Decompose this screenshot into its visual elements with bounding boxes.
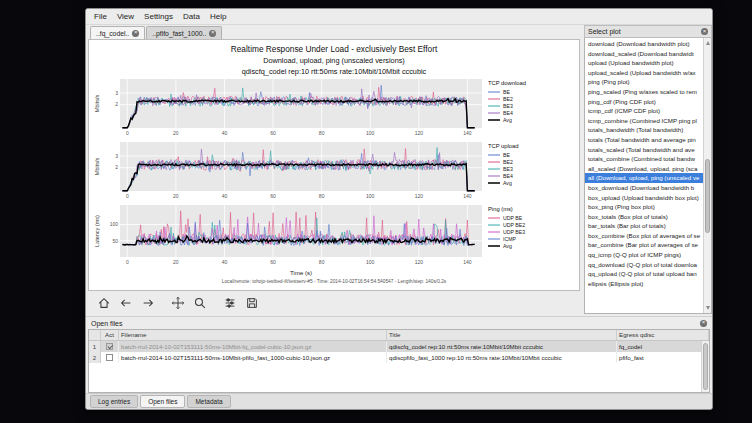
back-button[interactable] [116, 294, 135, 312]
svg-text:140: 140 [463, 130, 472, 136]
plot-list-item[interactable]: box_download (Download bandwidth b [585, 183, 703, 193]
legend-entry: UDP BE [503, 215, 523, 221]
subplot-download: 02040608010012014023Mbits/sTCP downloadB… [92, 76, 576, 139]
scrollbar-thumb[interactable] [705, 159, 710, 233]
legend-entry: UDP BE2 [503, 222, 525, 228]
panel-close-icon[interactable] [701, 28, 708, 35]
tab-label: ..pfifo_fast_1000.. [152, 30, 206, 37]
forward-button[interactable] [138, 294, 157, 312]
menu-item[interactable]: Settings [139, 11, 178, 22]
plot-list-item[interactable]: ellipsis (Ellipsis plot) [585, 279, 703, 289]
plot-list-item[interactable]: totals_scaled (Total bandwidth and ave [585, 145, 703, 155]
document-tab[interactable]: ..fq_codel.. [90, 26, 145, 39]
legend-entry: Avg [503, 180, 512, 186]
svg-text:50: 50 [112, 238, 118, 244]
plot-list-item[interactable]: ping (Ping plot) [585, 77, 703, 87]
document-tab[interactable]: ..pfifo_fast_1000.. [146, 26, 222, 39]
plot-list-item[interactable]: upload (Upload bandwidth plot) [585, 58, 703, 68]
configure-subplots-icon [223, 296, 237, 310]
legend-title: TCP upload [488, 143, 519, 149]
plot-list-items: download (Download bandwidth plot) downl… [585, 38, 703, 313]
pan-button[interactable] [168, 294, 187, 312]
tab-close-icon[interactable] [209, 30, 216, 37]
plot-title: Realtime Response Under Load - exclusive… [89, 40, 579, 54]
plot-list-item[interactable]: ping_cdf (Ping CDF plot) [585, 97, 703, 107]
plot-list-item[interactable]: qq_icmp (Q-Q plot of ICMP pings) [585, 250, 703, 260]
legend-entry: BE [503, 152, 510, 158]
svg-text:100: 100 [366, 130, 375, 136]
legend-entry: Avg [503, 243, 512, 249]
menu-item[interactable]: Data [178, 11, 205, 22]
open-files-title: Open files [91, 320, 123, 327]
open-file-row[interactable]: 1 batch-rrul-2014-10-02T153111-50ms-10Mb… [89, 341, 709, 352]
subplots: 02040608010012014023Mbits/sTCP downloadB… [89, 76, 579, 278]
open-file-row[interactable]: 2 batch-rrul-2014-10-02T153111-50ms-10Mb… [89, 352, 709, 363]
plot-list-item[interactable]: totals_bandwidth (Total bandwidth) [585, 125, 703, 135]
filename-cell: batch-rrul-2014-10-02T153111-50ms-10Mbit… [119, 341, 387, 352]
plot-list-item[interactable]: totals_combine (Combined total bandw [585, 154, 703, 164]
zoom-button[interactable] [190, 294, 209, 312]
plot-list-item[interactable]: upload_scaled (Upload bandwidth w/ax [585, 68, 703, 78]
title-cell: qdiscfq_codel rep:10 rtt:50ms rate:10Mbi… [387, 341, 617, 352]
plot-list-item[interactable]: download_scaled (Download bandwidt [585, 49, 703, 59]
save-button[interactable] [242, 294, 261, 312]
legend-entry: BE [503, 89, 510, 95]
plot-list-item[interactable]: totals (Total bandwidth and average pin [585, 135, 703, 145]
plot-list-item[interactable]: box_upload (Upload bandwidth box plot) [585, 193, 703, 203]
home-icon [97, 296, 111, 310]
col-header-title[interactable]: Title [387, 330, 617, 340]
svg-text:100: 100 [366, 259, 375, 265]
row-number: 2 [89, 352, 101, 363]
active-cell [101, 341, 119, 352]
subplot-ping: 02040608010012014050100Latency (ms)Time … [92, 202, 576, 278]
svg-text:20: 20 [173, 130, 179, 136]
legend-entry: UDP BE3 [503, 229, 525, 235]
plot-list-item[interactable]: box_ping (Ping box plot) [585, 202, 703, 212]
svg-text:100: 100 [110, 221, 119, 227]
table-scrollbar-thumb[interactable] [703, 343, 708, 390]
pan-icon [171, 296, 185, 310]
plot-list-item[interactable]: icmp_combine (Combined ICMP ping pl [585, 116, 703, 126]
svg-text:0: 0 [126, 193, 129, 199]
bottom-tab[interactable]: Log entries [90, 395, 138, 408]
open-files-close-icon[interactable] [700, 320, 707, 327]
plot-list-scrollbar[interactable] [703, 38, 711, 313]
svg-text:60: 60 [270, 193, 276, 199]
col-header-act[interactable]: Act [101, 330, 119, 340]
menu-item[interactable]: File [89, 11, 112, 22]
bottom-tab[interactable]: Metadata [187, 395, 230, 408]
plot-navigation-toolbar [88, 292, 580, 314]
home-button[interactable] [94, 294, 113, 312]
plot-list-item[interactable]: ping_scaled (Ping w/axes scaled to rem [585, 87, 703, 97]
active-checkbox[interactable] [106, 343, 113, 350]
active-cell [101, 352, 119, 363]
plot-list-item[interactable]: bar_totals (Bar plot of totals) [585, 221, 703, 231]
col-header-filename[interactable]: Filename [119, 330, 387, 340]
plot-list-item[interactable]: all_scaled (Download, upload, ping (sca [585, 164, 703, 174]
legend-entry: BE4 [503, 173, 513, 179]
scroll-down-arrow-icon[interactable] [706, 306, 710, 310]
bottom-tab[interactable]: Open files [140, 395, 185, 408]
plot-list-item[interactable]: box_combine (Box plot of averages of se [585, 231, 703, 241]
scroll-up-arrow-icon[interactable] [706, 41, 710, 45]
plot-list-item[interactable]: bar_combine (Bar plot of averages of se [585, 240, 703, 250]
plot-list-item[interactable]: download (Download bandwidth plot) [585, 39, 703, 49]
col-header-index[interactable] [89, 330, 101, 340]
tab-close-icon[interactable] [132, 30, 139, 37]
plot-list-item[interactable]: icmp_cdf (ICMP CDF plot) [585, 106, 703, 116]
plot-list-item[interactable]: qq_upload (Q-Q plot of total upload ban [585, 269, 703, 279]
col-header-egress[interactable]: Egress qdisc [617, 330, 709, 340]
plot-canvas[interactable]: Realtime Response Under Load - exclusive… [88, 39, 580, 291]
plot-list-item[interactable]: all (Download, upload, ping (unscaled ve [585, 173, 703, 183]
plot-list-item[interactable]: box_totals (Box plot of totals) [585, 212, 703, 222]
active-checkbox[interactable] [106, 354, 113, 361]
svg-text:3: 3 [115, 153, 118, 159]
svg-text:140: 140 [463, 193, 472, 199]
menu-item[interactable]: Help [205, 11, 231, 22]
configure-subplots-button[interactable] [220, 294, 239, 312]
legend-entry: BE2 [503, 159, 513, 165]
menu-item[interactable]: View [112, 11, 139, 22]
plot-list-item[interactable]: qq_download (Q-Q plot of total downloa [585, 260, 703, 270]
svg-text:40: 40 [222, 259, 228, 265]
table-scrollbar[interactable] [701, 341, 709, 392]
